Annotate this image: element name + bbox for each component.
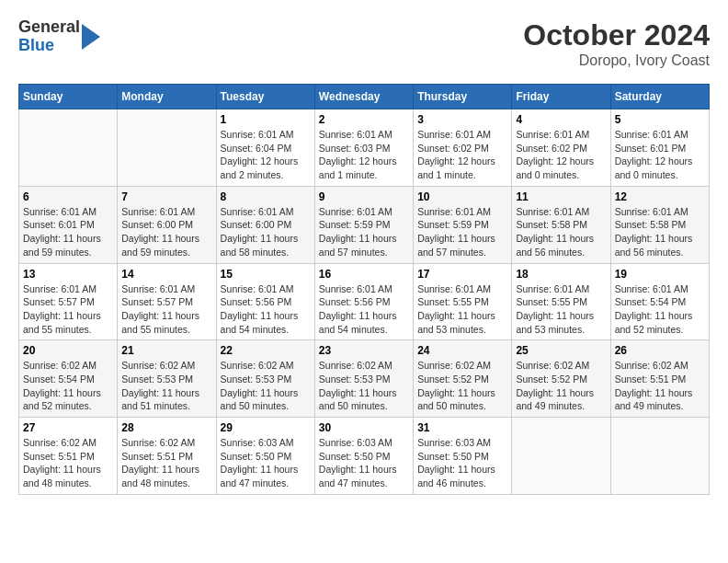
day-number: 11 [516, 190, 606, 203]
day-number: 23 [319, 344, 409, 357]
day-number: 27 [23, 421, 113, 434]
day-info: Sunrise: 6:02 AMSunset: 5:53 PMDaylight:… [319, 359, 409, 413]
calendar-cell: 20Sunrise: 6:02 AMSunset: 5:54 PMDayligh… [19, 340, 118, 418]
calendar-cell: 21Sunrise: 6:02 AMSunset: 5:53 PMDayligh… [118, 340, 216, 418]
day-number: 30 [319, 421, 409, 434]
calendar-cell [118, 109, 216, 187]
day-number: 7 [121, 190, 211, 203]
calendar-header-row: SundayMondayTuesdayWednesdayThursdayFrid… [19, 85, 710, 109]
day-info: Sunrise: 6:01 AMSunset: 5:55 PMDaylight:… [516, 282, 606, 337]
day-info: Sunrise: 6:02 AMSunset: 5:51 PMDaylight:… [23, 436, 113, 490]
day-info: Sunrise: 6:01 AMSunset: 5:59 PMDaylight:… [319, 205, 409, 259]
calendar-week-row: 6Sunrise: 6:01 AMSunset: 6:01 PMDaylight… [19, 186, 710, 263]
day-number: 20 [23, 344, 113, 357]
calendar-week-row: 13Sunrise: 6:01 AMSunset: 5:57 PMDayligh… [19, 263, 710, 340]
calendar-cell: 29Sunrise: 6:03 AMSunset: 5:50 PMDayligh… [216, 418, 314, 495]
day-number: 1 [221, 113, 311, 126]
day-info: Sunrise: 6:01 AMSunset: 5:57 PMDaylight:… [121, 282, 211, 337]
day-info: Sunrise: 6:01 AMSunset: 6:01 PMDaylight:… [23, 205, 113, 259]
day-info: Sunrise: 6:02 AMSunset: 5:51 PMDaylight:… [121, 436, 211, 490]
calendar-cell [19, 109, 118, 187]
column-header-monday: Monday [118, 85, 216, 109]
calendar-cell: 23Sunrise: 6:02 AMSunset: 5:53 PMDayligh… [314, 340, 413, 418]
calendar-cell: 4Sunrise: 6:01 AMSunset: 6:02 PMDaylight… [512, 109, 610, 187]
month-year: October 2024 [523, 18, 710, 52]
calendar-cell: 6Sunrise: 6:01 AMSunset: 6:01 PMDaylight… [19, 186, 118, 263]
day-info: Sunrise: 6:02 AMSunset: 5:52 PMDaylight:… [516, 359, 606, 413]
title-block: October 2024 Doropo, Ivory Coast [523, 18, 710, 69]
day-number: 26 [615, 344, 705, 357]
day-number: 2 [319, 113, 409, 126]
svg-marker-0 [82, 24, 100, 50]
day-info: Sunrise: 6:03 AMSunset: 5:50 PMDaylight:… [319, 436, 409, 490]
day-info: Sunrise: 6:02 AMSunset: 5:53 PMDaylight:… [121, 359, 211, 413]
calendar-cell: 15Sunrise: 6:01 AMSunset: 5:56 PMDayligh… [216, 263, 314, 340]
location: Doropo, Ivory Coast [523, 52, 710, 69]
calendar-cell [512, 418, 610, 495]
day-number: 17 [417, 268, 507, 281]
logo-general: General [18, 18, 80, 37]
day-number: 6 [23, 190, 113, 203]
calendar-cell: 25Sunrise: 6:02 AMSunset: 5:52 PMDayligh… [512, 340, 610, 418]
day-number: 3 [417, 113, 507, 126]
column-header-tuesday: Tuesday [216, 85, 314, 109]
day-info: Sunrise: 6:01 AMSunset: 6:04 PMDaylight:… [221, 128, 311, 182]
day-info: Sunrise: 6:01 AMSunset: 5:57 PMDaylight:… [23, 282, 113, 337]
day-info: Sunrise: 6:01 AMSunset: 5:58 PMDaylight:… [615, 205, 705, 259]
day-number: 14 [121, 268, 211, 281]
calendar-cell: 16Sunrise: 6:01 AMSunset: 5:56 PMDayligh… [314, 263, 413, 340]
day-info: Sunrise: 6:02 AMSunset: 5:53 PMDaylight:… [221, 359, 311, 413]
calendar-cell: 12Sunrise: 6:01 AMSunset: 5:58 PMDayligh… [610, 186, 709, 263]
page-header: General Blue October 2024 Doropo, Ivory … [18, 18, 710, 69]
calendar-cell: 10Sunrise: 6:01 AMSunset: 5:59 PMDayligh… [414, 186, 512, 263]
calendar-cell: 19Sunrise: 6:01 AMSunset: 5:54 PMDayligh… [610, 263, 709, 340]
day-info: Sunrise: 6:01 AMSunset: 6:02 PMDaylight:… [516, 128, 606, 182]
calendar-cell [610, 418, 709, 495]
day-number: 15 [221, 268, 311, 281]
day-number: 31 [417, 421, 507, 434]
day-number: 5 [615, 113, 705, 126]
day-info: Sunrise: 6:01 AMSunset: 5:55 PMDaylight:… [417, 282, 507, 337]
calendar-cell: 13Sunrise: 6:01 AMSunset: 5:57 PMDayligh… [19, 263, 118, 340]
day-info: Sunrise: 6:02 AMSunset: 5:54 PMDaylight:… [23, 359, 113, 413]
day-number: 10 [417, 190, 507, 203]
calendar-cell: 26Sunrise: 6:02 AMSunset: 5:51 PMDayligh… [610, 340, 709, 418]
day-number: 16 [319, 268, 409, 281]
calendar-cell: 9Sunrise: 6:01 AMSunset: 5:59 PMDaylight… [314, 186, 413, 263]
calendar-cell: 27Sunrise: 6:02 AMSunset: 5:51 PMDayligh… [19, 418, 118, 495]
logo: General Blue [18, 18, 100, 55]
calendar-cell: 7Sunrise: 6:01 AMSunset: 6:00 PMDaylight… [118, 186, 216, 263]
day-number: 18 [516, 268, 606, 281]
calendar-cell: 31Sunrise: 6:03 AMSunset: 5:50 PMDayligh… [414, 418, 512, 495]
day-number: 22 [221, 344, 311, 357]
calendar-cell: 17Sunrise: 6:01 AMSunset: 5:55 PMDayligh… [414, 263, 512, 340]
day-info: Sunrise: 6:01 AMSunset: 6:01 PMDaylight:… [615, 128, 705, 182]
calendar-cell: 1Sunrise: 6:01 AMSunset: 6:04 PMDaylight… [216, 109, 314, 187]
day-number: 25 [516, 344, 606, 357]
column-header-saturday: Saturday [610, 85, 709, 109]
calendar-cell: 8Sunrise: 6:01 AMSunset: 6:00 PMDaylight… [216, 186, 314, 263]
day-info: Sunrise: 6:01 AMSunset: 6:03 PMDaylight:… [319, 128, 409, 182]
day-number: 19 [615, 268, 705, 281]
day-number: 9 [319, 190, 409, 203]
day-info: Sunrise: 6:02 AMSunset: 5:51 PMDaylight:… [615, 359, 705, 413]
day-number: 24 [417, 344, 507, 357]
day-number: 29 [221, 421, 311, 434]
day-info: Sunrise: 6:01 AMSunset: 5:58 PMDaylight:… [516, 205, 606, 259]
calendar-cell: 3Sunrise: 6:01 AMSunset: 6:02 PMDaylight… [414, 109, 512, 187]
calendar-cell: 18Sunrise: 6:01 AMSunset: 5:55 PMDayligh… [512, 263, 610, 340]
calendar-cell: 11Sunrise: 6:01 AMSunset: 5:58 PMDayligh… [512, 186, 610, 263]
day-info: Sunrise: 6:01 AMSunset: 6:00 PMDaylight:… [121, 205, 211, 259]
day-number: 13 [23, 268, 113, 281]
day-info: Sunrise: 6:01 AMSunset: 5:59 PMDaylight:… [417, 205, 507, 259]
logo-icon [82, 24, 100, 50]
calendar-cell: 28Sunrise: 6:02 AMSunset: 5:51 PMDayligh… [118, 418, 216, 495]
day-info: Sunrise: 6:01 AMSunset: 5:56 PMDaylight:… [319, 282, 409, 337]
day-info: Sunrise: 6:01 AMSunset: 6:00 PMDaylight:… [221, 205, 311, 259]
day-info: Sunrise: 6:01 AMSunset: 5:56 PMDaylight:… [221, 282, 311, 337]
calendar-cell: 22Sunrise: 6:02 AMSunset: 5:53 PMDayligh… [216, 340, 314, 418]
day-number: 4 [516, 113, 606, 126]
column-header-friday: Friday [512, 85, 610, 109]
logo-blue: Blue [18, 37, 80, 55]
calendar-cell: 5Sunrise: 6:01 AMSunset: 6:01 PMDaylight… [610, 109, 709, 187]
